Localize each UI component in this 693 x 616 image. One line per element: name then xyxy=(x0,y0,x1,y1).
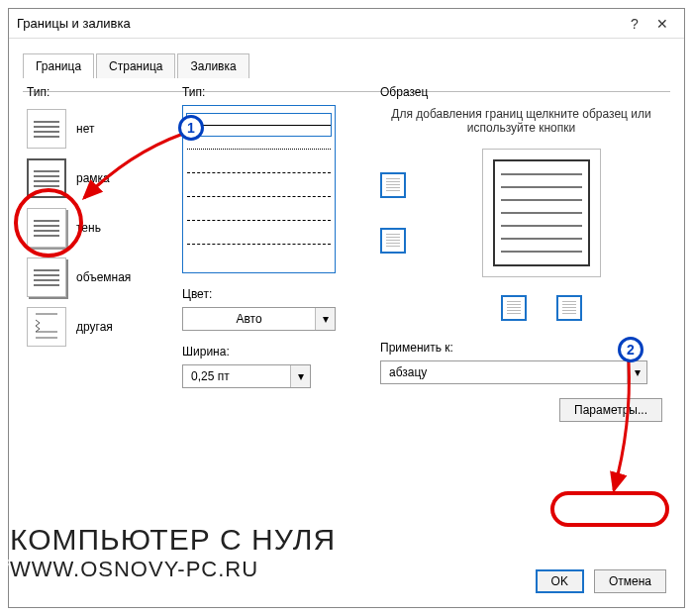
style-label: Тип: xyxy=(182,85,350,99)
dialog-title: Границы и заливка xyxy=(17,16,621,31)
dialog-footer: OK Отмена xyxy=(536,569,666,593)
watermark-line1: КОМПЬЮТЕР С НУЛЯ xyxy=(10,523,336,557)
chevron-down-icon: ▾ xyxy=(290,365,310,387)
apply-to-combo[interactable]: абзацу ▾ xyxy=(380,360,647,384)
left-edge-button[interactable] xyxy=(501,295,527,321)
type-3d[interactable]: объемная xyxy=(27,257,175,297)
width-combo[interactable]: 0,25 пт ▾ xyxy=(182,364,311,388)
type-custom[interactable]: другая xyxy=(27,307,175,347)
line-style-dashdot1[interactable] xyxy=(187,209,331,231)
line-style-dot[interactable] xyxy=(187,138,331,159)
type-3d-label: объемная xyxy=(76,270,131,284)
close-button[interactable]: ✕ xyxy=(648,13,676,35)
type-label: Тип: xyxy=(27,85,175,99)
color-value: Авто xyxy=(183,312,315,326)
callout-2: 2 xyxy=(618,337,644,362)
chevron-down-icon: ▾ xyxy=(627,361,646,383)
preview-help: Для добавления границ щелкните образец и… xyxy=(380,107,662,135)
watermark-line2: WWW.OSNOVY-PC.RU xyxy=(10,557,336,582)
tab-bar: Граница Страница Заливка xyxy=(9,39,684,77)
bottom-edge-button[interactable] xyxy=(380,228,406,254)
line-style-list[interactable] xyxy=(182,105,336,273)
tab-border[interactable]: Граница xyxy=(23,53,94,78)
options-button[interactable]: Параметры... xyxy=(559,398,662,422)
line-style-dash1[interactable] xyxy=(187,161,331,183)
line-style-dashdot2[interactable] xyxy=(187,233,331,255)
line-style-dash2[interactable] xyxy=(187,185,331,207)
highlight-ring-1 xyxy=(14,188,83,257)
tab-fill[interactable]: Заливка xyxy=(177,53,248,78)
color-combo[interactable]: Авто ▾ xyxy=(182,307,336,331)
style-column: Тип: Цвет: Авто ▾ Ширина: 0,25 пт ▾ xyxy=(182,85,350,388)
preview-label: Образец xyxy=(380,85,662,99)
dialog-content: Тип: нет рамка тень объемная xyxy=(9,77,684,109)
apply-to-value: абзацу xyxy=(381,365,627,379)
type-box-label: рамка xyxy=(76,171,110,185)
type-none-label: нет xyxy=(76,122,94,136)
cancel-button[interactable]: Отмена xyxy=(594,569,666,593)
help-button[interactable]: ? xyxy=(621,13,648,35)
color-label: Цвет: xyxy=(182,287,350,301)
highlight-ring-2 xyxy=(550,491,669,527)
callout-1: 1 xyxy=(178,115,204,141)
width-label: Ширина: xyxy=(182,345,350,359)
type-custom-label: другая xyxy=(76,320,113,334)
custom-icon xyxy=(27,307,66,347)
top-edge-button[interactable] xyxy=(380,172,406,198)
titlebar: Границы и заливка ? ✕ xyxy=(9,9,684,39)
width-value: 0,25 пт xyxy=(183,369,290,383)
preview-box[interactable] xyxy=(482,149,601,277)
3d-icon xyxy=(27,257,66,297)
tab-page[interactable]: Страница xyxy=(96,53,175,78)
none-icon xyxy=(27,109,66,149)
chevron-down-icon: ▾ xyxy=(315,308,335,330)
ok-button[interactable]: OK xyxy=(536,569,584,593)
watermark: КОМПЬЮТЕР С НУЛЯ WWW.OSNOVY-PC.RU xyxy=(10,523,336,582)
preview-column: Образец Для добавления границ щелкните о… xyxy=(380,85,662,422)
line-style-solid[interactable] xyxy=(187,114,331,136)
type-none[interactable]: нет xyxy=(27,109,175,149)
right-edge-button[interactable] xyxy=(556,295,582,321)
